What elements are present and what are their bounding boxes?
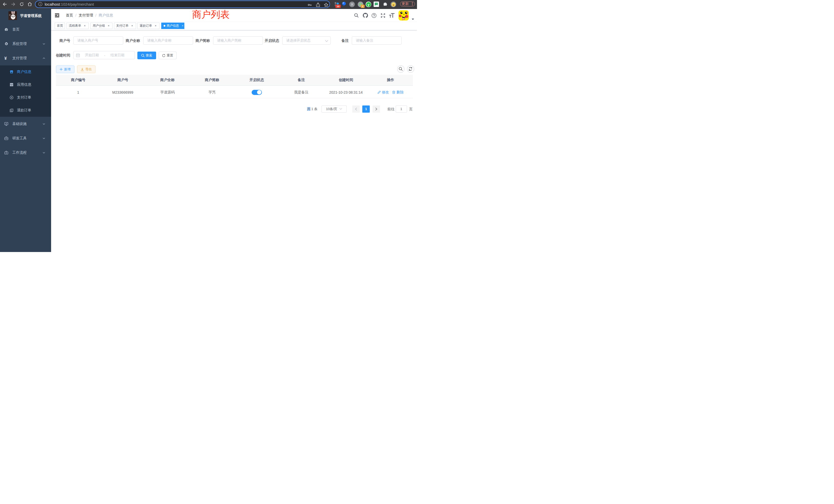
svg-text:¥: ¥ — [11, 96, 12, 99]
